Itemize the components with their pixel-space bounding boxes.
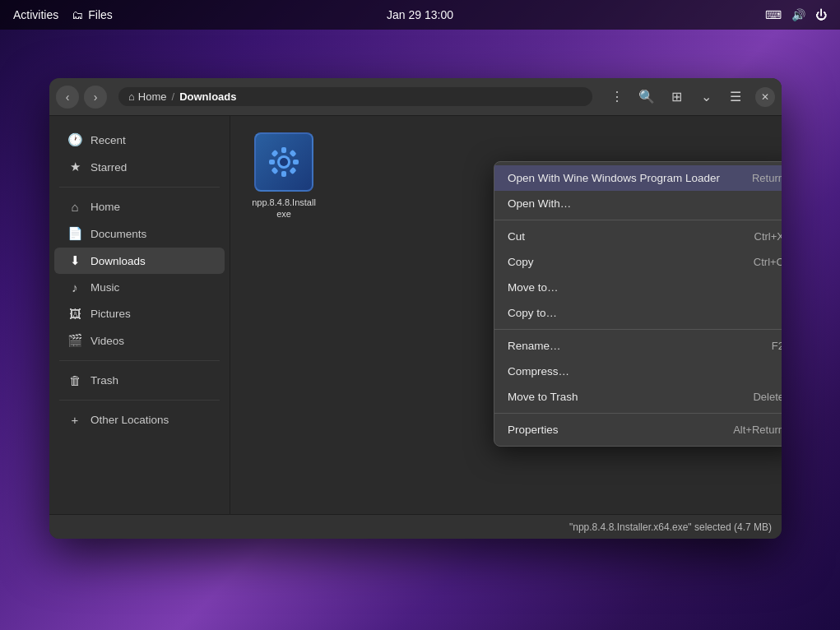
power-icon[interactable]: ⏻ <box>815 8 827 21</box>
music-icon: ♪ <box>67 280 82 294</box>
svg-rect-3 <box>281 171 286 177</box>
ctx-shortcut-open-wine: Return <box>752 172 782 184</box>
home-icon: ⌂ <box>67 200 82 214</box>
fm-files: npp.8.4.8.Installexe Open With Wine Wind… <box>230 116 782 514</box>
file-label-line3: exe <box>276 209 291 219</box>
sidebar-label-downloads: Downloads <box>90 255 146 267</box>
sidebar-item-videos[interactable]: 🎬 Videos <box>54 327 225 354</box>
sidebar-item-starred[interactable]: ★ Starred <box>54 154 225 180</box>
exe-file-icon <box>264 142 304 182</box>
volume-icon[interactable]: 🔊 <box>791 8 805 21</box>
svg-rect-8 <box>271 167 278 174</box>
activities-label[interactable]: Activities <box>13 8 58 21</box>
sidebar-item-documents[interactable]: 📄 Documents <box>54 220 225 247</box>
sidebar-label-pictures: Pictures <box>90 308 131 320</box>
ctx-shortcut-move-to-trash: Delete <box>753 391 782 403</box>
back-button[interactable]: ‹ <box>56 86 79 109</box>
topbar-right: ⌨ 🔊 ⏻ <box>765 8 827 21</box>
ctx-label-open-with: Open With… <box>508 197 571 210</box>
close-button[interactable]: ✕ <box>755 87 775 107</box>
sidebar-divider-2 <box>59 360 220 361</box>
sidebar-label-music: Music <box>90 281 119 294</box>
view-list-button[interactable]: ☰ <box>722 84 749 110</box>
pictures-icon: 🖼 <box>67 307 82 321</box>
svg-rect-7 <box>289 150 296 157</box>
file-label-line1: npp. <box>252 197 269 207</box>
ctx-label-move-to-trash: Move to Trash <box>508 391 578 403</box>
sidebar-divider-3 <box>59 400 220 401</box>
file-label: npp.8.4.8.Installexe <box>252 197 316 220</box>
sidebar-label-recent: Recent <box>90 134 126 146</box>
svg-rect-2 <box>281 147 286 153</box>
ctx-label-open-wine: Open With Wine Windows Program Loader <box>508 172 720 184</box>
ctx-item-move-to-trash[interactable]: Move to Trash Delete <box>494 384 782 410</box>
ctx-separator-1 <box>494 220 782 220</box>
sidebar-label-documents: Documents <box>90 228 146 240</box>
file-manager-window: ‹ › ⌂ Home / Downloads ⋮ 🔍 ⊞ ⌄ ☰ ✕ 🕐 Rec… <box>49 78 782 539</box>
sidebar-label-starred: Starred <box>90 161 127 174</box>
network-icon: ⌨ <box>765 8 782 21</box>
home-icon: ⌂ <box>128 90 135 103</box>
forward-button[interactable]: › <box>84 86 107 109</box>
ctx-item-cut[interactable]: Cut Ctrl+X <box>494 224 782 249</box>
view-chevron-button[interactable]: ⌄ <box>693 84 719 110</box>
files-label[interactable]: Files <box>88 8 113 21</box>
fm-header: ‹ › ⌂ Home / Downloads ⋮ 🔍 ⊞ ⌄ ☰ ✕ <box>49 78 782 116</box>
other-locations-icon: + <box>67 413 82 427</box>
ctx-item-open-with[interactable]: Open With… <box>494 191 782 216</box>
ctx-separator-2 <box>494 329 782 330</box>
ctx-item-compress[interactable]: Compress… <box>494 359 782 384</box>
ctx-shortcut-cut: Ctrl+X <box>754 230 782 243</box>
sidebar-divider-1 <box>59 187 220 188</box>
breadcrumb-separator: / <box>172 90 175 103</box>
sidebar-label-videos: Videos <box>90 335 124 347</box>
sidebar: 🕐 Recent ★ Starred ⌂ Home 📄 Documents ⬇ … <box>49 116 230 514</box>
context-menu: Open With Wine Windows Program Loader Re… <box>494 161 782 447</box>
ctx-separator-3 <box>494 413 782 414</box>
sidebar-item-trash[interactable]: 🗑 Trash <box>54 368 225 393</box>
sidebar-item-other-locations[interactable]: + Other Locations <box>54 407 225 433</box>
ctx-label-compress: Compress… <box>508 365 569 378</box>
downloads-icon: ⬇ <box>67 253 82 268</box>
breadcrumb: ⌂ Home / Downloads <box>118 87 592 106</box>
menu-button[interactable]: ⋮ <box>604 84 630 110</box>
ctx-shortcut-copy: Ctrl+C <box>754 256 782 268</box>
sidebar-item-pictures[interactable]: 🖼 Pictures <box>54 301 225 327</box>
ctx-label-copy: Copy <box>508 256 534 268</box>
trash-icon: 🗑 <box>67 373 82 387</box>
sidebar-label-other-locations: Other Locations <box>90 414 169 426</box>
view-grid-button[interactable]: ⊞ <box>663 84 689 110</box>
ctx-shortcut-properties: Alt+Return <box>733 424 782 436</box>
ctx-label-cut: Cut <box>508 230 525 243</box>
svg-point-1 <box>280 158 288 166</box>
sidebar-item-recent[interactable]: 🕐 Recent <box>54 127 225 153</box>
breadcrumb-home[interactable]: Home <box>138 90 167 103</box>
header-actions: ⋮ 🔍 ⊞ ⌄ ☰ ✕ <box>604 84 775 110</box>
ctx-label-move-to: Move to… <box>508 281 559 294</box>
sidebar-label-trash: Trash <box>90 374 118 387</box>
topbar-left: Activities 🗂 Files <box>13 8 113 21</box>
sidebar-item-home[interactable]: ⌂ Home <box>54 194 225 220</box>
sidebar-item-downloads[interactable]: ⬇ Downloads <box>54 248 225 274</box>
fm-content: 🕐 Recent ★ Starred ⌂ Home 📄 Documents ⬇ … <box>49 116 782 514</box>
ctx-item-open-wine[interactable]: Open With Wine Windows Program Loader Re… <box>494 165 782 191</box>
search-button[interactable]: 🔍 <box>633 84 660 110</box>
statusbar: "npp.8.4.8.Installer.x64.exe" selected (… <box>49 514 782 539</box>
svg-rect-6 <box>271 150 278 157</box>
svg-rect-9 <box>289 167 296 174</box>
svg-rect-4 <box>269 160 275 164</box>
file-label-line2: 8.4.8.Install <box>270 197 316 207</box>
ctx-shortcut-rename: F2 <box>772 340 782 352</box>
topbar-app: 🗂 Files <box>72 8 113 21</box>
videos-icon: 🎬 <box>67 333 82 348</box>
sidebar-item-music[interactable]: ♪ Music <box>54 275 225 300</box>
statusbar-text: "npp.8.4.8.Installer.x64.exe" selected (… <box>569 521 772 533</box>
ctx-item-rename[interactable]: Rename… F2 <box>494 333 782 359</box>
ctx-item-copy[interactable]: Copy Ctrl+C <box>494 249 782 275</box>
file-item-npp[interactable]: npp.8.4.8.Installexe <box>247 132 321 220</box>
topbar: Activities 🗂 Files Jan 29 13:00 ⌨ 🔊 ⏻ <box>0 0 840 30</box>
ctx-item-copy-to[interactable]: Copy to… <box>494 300 782 326</box>
ctx-item-move-to[interactable]: Move to… <box>494 275 782 300</box>
files-icon: 🗂 <box>72 8 83 21</box>
ctx-item-properties[interactable]: Properties Alt+Return <box>494 417 782 442</box>
